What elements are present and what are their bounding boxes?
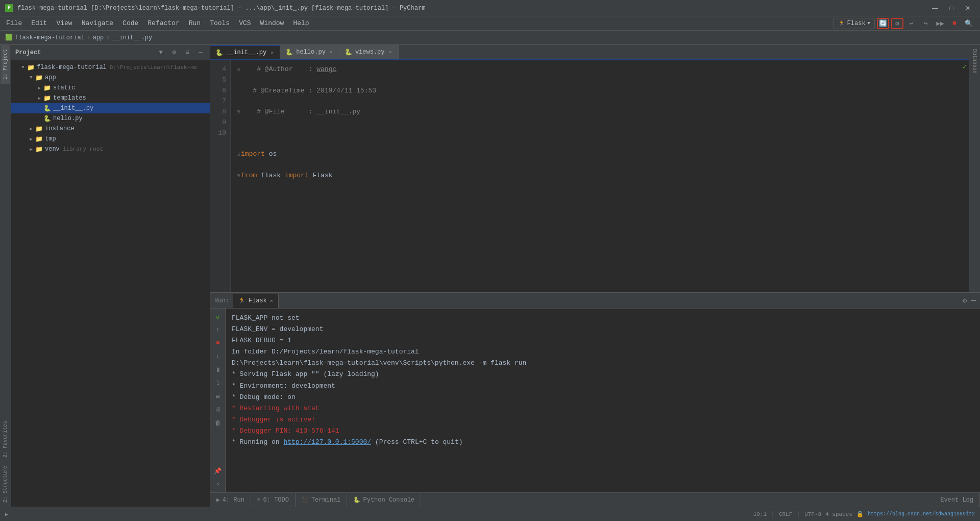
menu-edit[interactable]: Edit bbox=[27, 18, 51, 28]
status-encoding[interactable]: UTF-8 bbox=[804, 511, 821, 517]
tab-close-hello[interactable]: ✕ bbox=[329, 49, 334, 56]
bottom-panel: Run: 🏃 Flask ✕ ⚙ — ↺ ↑ ■ bbox=[210, 292, 980, 507]
tab-close-init[interactable]: ✕ bbox=[270, 49, 275, 56]
tree-item-instance[interactable]: ▶ 📁 instance bbox=[11, 124, 210, 134]
project-panel: Project ▼ ⚙ ≡ — ▼ 📁 flask-mega-tutorial … bbox=[11, 45, 210, 507]
tree-item-static[interactable]: ▶ 📁 static bbox=[11, 83, 210, 93]
code-editor[interactable]: 4 5 6 7 8 9 10 ⊟ # @Author : wangc # @Cr… bbox=[210, 60, 969, 292]
tab-views-py[interactable]: 🐍 views.py ✕ bbox=[339, 45, 399, 59]
status-bar: ▶ 10:1 | CRLF | UTF-8 4 spaces 🔓 https:/… bbox=[0, 507, 980, 521]
stop-run-btn[interactable]: ■ bbox=[212, 337, 224, 349]
pause-btn[interactable]: ⏸ bbox=[212, 364, 224, 376]
console-line-10: * Debugger is active! bbox=[232, 414, 974, 425]
console-line-5: D:\Projects\learn\flask-mega-tutorial\ve… bbox=[232, 358, 974, 369]
sidebar-item-structure[interactable]: Z: Structure bbox=[1, 462, 10, 507]
status-indent[interactable]: 4 spaces bbox=[825, 511, 852, 517]
tree-label-instance: instance bbox=[45, 125, 75, 132]
run-tab-label: 4: Run bbox=[223, 496, 244, 504]
pin-btn[interactable]: 📌 bbox=[212, 465, 224, 477]
menu-window[interactable]: Window bbox=[256, 18, 288, 28]
bottom-tab-python-console[interactable]: 🐍 Python Console bbox=[347, 493, 421, 507]
bottom-tab-todo[interactable]: ≡ 6: TODO bbox=[251, 493, 296, 507]
pyfile-icon-hello: 🐍 bbox=[43, 114, 51, 123]
run-config-button[interactable]: 🏃 Flask ▼ bbox=[834, 18, 875, 29]
bottom-tab-terminal[interactable]: ⬛ Terminal bbox=[296, 493, 348, 507]
rerun-btn[interactable]: ↺ bbox=[212, 311, 224, 323]
tree-item-app[interactable]: ▼ 📁 app bbox=[11, 73, 210, 83]
run-all-button[interactable]: ▶▶ bbox=[934, 18, 946, 29]
tab-icon-views: 🐍 bbox=[345, 49, 352, 56]
run-config-dropdown-icon: ▼ bbox=[868, 21, 870, 26]
status-position[interactable]: 10:1 bbox=[753, 511, 767, 517]
scroll-down-btn[interactable]: ↓ bbox=[212, 350, 224, 363]
panel-cog-icon[interactable]: ▼ bbox=[156, 48, 166, 58]
breadcrumb-project[interactable]: flask-mega-tutorial bbox=[15, 34, 85, 41]
minimize-button[interactable]: — bbox=[928, 3, 942, 13]
menu-view[interactable]: View bbox=[52, 18, 76, 28]
pyfile-icon-init: 🐍 bbox=[43, 104, 51, 112]
menu-code[interactable]: Code bbox=[118, 18, 142, 28]
event-log-button[interactable]: Event Log bbox=[934, 493, 980, 507]
flask-url-link[interactable]: http://127.0.0.1:5000/ bbox=[283, 438, 371, 446]
maximize-button[interactable]: □ bbox=[944, 3, 959, 13]
panel-minimize-icon[interactable]: — bbox=[195, 48, 206, 58]
breadcrumb-file[interactable]: __init__.py bbox=[112, 34, 152, 41]
tree-item-templates[interactable]: ▶ 📁 templates bbox=[11, 93, 210, 103]
stop-button[interactable]: ■ bbox=[948, 18, 961, 29]
tab-init-py[interactable]: 🐍 __init__.py ✕ bbox=[210, 45, 280, 59]
folder-icon-templates: 📁 bbox=[43, 94, 51, 102]
step-btn[interactable]: ⤵ bbox=[212, 377, 224, 389]
bottom-run-tab[interactable]: 🏃 Flask ✕ bbox=[233, 294, 279, 308]
debug-button[interactable]: ⚙ bbox=[891, 18, 903, 29]
run-tab-icon: ▶ bbox=[216, 496, 220, 503]
close-button[interactable]: ✕ bbox=[961, 3, 975, 13]
code-line-8: ⊟import os bbox=[237, 149, 954, 160]
search-everywhere-button[interactable]: 🔍 bbox=[963, 18, 975, 29]
stop-and-rerun-button[interactable]: ↩ bbox=[905, 18, 918, 29]
tree-item-hello[interactable]: ▶ 🐍 hello.py bbox=[11, 113, 210, 124]
tree-item-tmp[interactable]: ▶ 📁 tmp bbox=[11, 134, 210, 144]
panel-collapse-icon[interactable]: ≡ bbox=[182, 48, 192, 58]
panel-title: Project bbox=[15, 49, 153, 56]
tab-hello-py[interactable]: 🐍 hello.py ✕ bbox=[280, 45, 339, 59]
bottom-tab-run[interactable]: ▶ 4: Run bbox=[210, 493, 251, 507]
tree-arrow-instance: ▶ bbox=[28, 125, 35, 132]
scroll-up-btn[interactable]: ↑ bbox=[212, 324, 224, 336]
menu-tools[interactable]: Tools bbox=[206, 18, 234, 28]
tab-bar: 🐍 __init__.py ✕ 🐍 hello.py ✕ 🐍 views.py bbox=[210, 45, 969, 60]
status-line-ending[interactable]: CRLF bbox=[779, 511, 792, 517]
database-label[interactable]: Database bbox=[970, 45, 979, 78]
breadcrumb-app[interactable]: app bbox=[93, 34, 104, 41]
split-btn[interactable]: ⊟ bbox=[212, 390, 224, 402]
menu-refactor[interactable]: Refactor bbox=[143, 18, 183, 28]
console-line-6: * Serving Flask app "" (lazy loading) bbox=[232, 369, 974, 380]
python-console-tab-label: Python Console bbox=[363, 496, 414, 504]
menu-run[interactable]: Run bbox=[185, 18, 205, 28]
python-console-tab-icon: 🐍 bbox=[353, 496, 360, 503]
menu-navigate[interactable]: Navigate bbox=[78, 18, 117, 28]
panel-settings-icon[interactable]: ⚙ bbox=[169, 48, 179, 58]
forward-button[interactable]: ↪ bbox=[920, 18, 932, 29]
rerun-button[interactable]: 🔄 bbox=[877, 18, 889, 29]
run-minimize-icon[interactable]: — bbox=[971, 296, 976, 305]
menu-help[interactable]: Help bbox=[289, 18, 313, 28]
menu-file[interactable]: File bbox=[2, 18, 26, 28]
tree-item-root[interactable]: ▼ 📁 flask-mega-tutorial D:\Projects\lear… bbox=[11, 62, 210, 73]
check-icon: ✓ bbox=[963, 62, 967, 71]
file-tree: ▼ 📁 flask-mega-tutorial D:\Projects\lear… bbox=[11, 60, 210, 507]
sidebar-item-project[interactable]: 1: Project bbox=[1, 45, 10, 84]
flask-run-tab-close[interactable]: ✕ bbox=[270, 298, 273, 304]
trash-btn[interactable]: ⚡ bbox=[212, 478, 224, 490]
sidebar-item-favorites[interactable]: 2: Favorites bbox=[1, 417, 10, 462]
tree-item-venv[interactable]: ▶ 📁 venv library root bbox=[11, 144, 210, 154]
clear-btn[interactable]: 🗑 bbox=[212, 417, 224, 429]
console-output: FLASK_APP not set FLASK_ENV = developmen… bbox=[226, 309, 980, 492]
print-btn[interactable]: 🖨 bbox=[212, 404, 224, 416]
run-settings-icon[interactable]: ⚙ bbox=[963, 296, 967, 305]
code-content[interactable]: ⊟ # @Author : wangc # @CreateTime : 2019… bbox=[231, 60, 961, 292]
tab-close-views[interactable]: ✕ bbox=[388, 49, 393, 56]
menu-vcs[interactable]: VCS bbox=[235, 18, 255, 28]
status-lock-icon[interactable]: 🔓 bbox=[856, 511, 864, 517]
status-expand-icon[interactable]: ▶ bbox=[5, 511, 8, 517]
tree-item-init[interactable]: ▶ 🐍 __init__.py bbox=[11, 103, 210, 113]
